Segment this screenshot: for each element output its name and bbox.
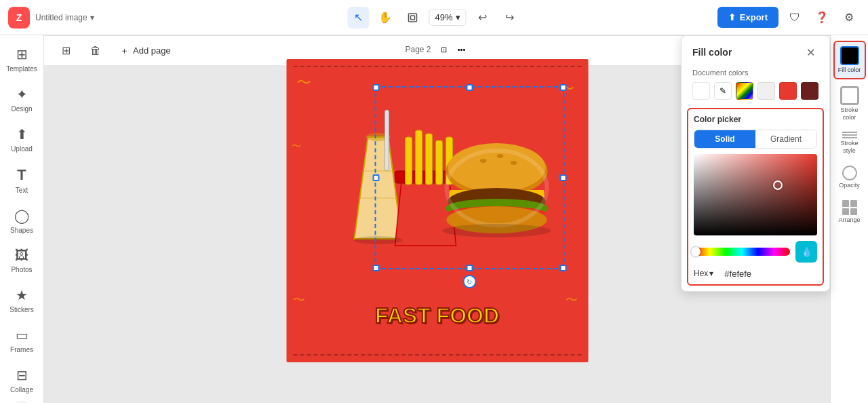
svg-point-14 <box>479 159 486 163</box>
title-dropdown-icon: ▾ <box>90 13 94 22</box>
copy-page-button[interactable]: ⊞ <box>55 40 77 62</box>
page-minimize-button[interactable]: ⊡ <box>437 42 452 57</box>
export-button[interactable]: ⬆ Export <box>717 7 778 28</box>
document-title[interactable]: Untitled image ▾ <box>35 13 94 22</box>
color-picker-box: Color picker Solid Gradient <box>687 108 824 286</box>
eyedropper-button[interactable]: 💧 <box>795 241 817 263</box>
shield-button[interactable]: 🛡 <box>784 7 806 28</box>
hue-thumb <box>691 247 701 256</box>
swatch-rainbow[interactable] <box>736 82 753 100</box>
shapes-icon: ◯ <box>14 208 29 224</box>
page-more-button[interactable]: ••• <box>454 42 469 57</box>
page-label: Page 2 <box>405 45 431 54</box>
svg-rect-10 <box>435 140 442 185</box>
rs-arrange[interactable]: Arrange <box>833 196 866 228</box>
title-text: Untitled image <box>35 13 87 22</box>
zoom-level: 49% <box>435 12 452 22</box>
squiggle-1: 〜 <box>296 73 311 93</box>
collage-label: Collage <box>10 386 33 394</box>
redo-button[interactable]: ↪ <box>499 7 521 28</box>
sidebar-item-collage[interactable]: ⊟ Collage <box>3 362 41 399</box>
rs-stroke-color[interactable]: Stroke color <box>833 82 866 126</box>
sidebar-item-frames[interactable]: ▭ Frames <box>3 322 41 359</box>
topbar: Z Untitled image ▾ ↖ ✋ 49% ▾ ↩ ↪ ⬆ Expor… <box>0 0 868 35</box>
app-logo: Z <box>8 7 30 28</box>
stroke-color-label: Stroke color <box>836 107 863 121</box>
fill-color-panel: Fill color ✕ Document colors ✎ Color pic… <box>681 35 830 292</box>
svg-point-15 <box>496 154 503 158</box>
opacity-label: Opacity <box>839 182 860 189</box>
sidebar-item-stickers[interactable]: ★ Stickers <box>3 282 41 319</box>
squiggle-5: 〜 <box>292 140 301 153</box>
sidebar-item-shapes[interactable]: ◯ Shapes <box>3 202 41 239</box>
topbar-center-tools: ↖ ✋ 49% ▾ ↩ ↪ <box>347 7 520 28</box>
sidebar-item-text[interactable]: T Text <box>3 161 41 199</box>
fast-food-text[interactable]: FAST FOOD <box>375 303 499 328</box>
svg-rect-7 <box>405 137 412 185</box>
document-color-swatches: ✎ <box>682 82 829 108</box>
sidebar-item-design[interactable]: ✦ Design <box>3 81 41 118</box>
swatch-darkred[interactable] <box>801 82 818 100</box>
squiggle-4: 〜 <box>566 292 578 308</box>
export-icon: ⬆ <box>728 12 736 22</box>
undo-button[interactable]: ↩ <box>472 7 494 28</box>
color-picker-title: Color picker <box>694 115 817 124</box>
hue-slider-row: 💧 <box>694 241 817 263</box>
zoom-dropdown-icon: ▾ <box>456 12 460 22</box>
main-content: ⊞ Templates ✦ Design ⬆ Upload T Text ◯ S… <box>0 35 868 403</box>
add-page-button[interactable]: ＋ Add page <box>115 42 176 60</box>
design-label: Design <box>11 105 32 113</box>
sidebar-item-photos[interactable]: 🖼 Photos <box>3 242 41 279</box>
frames-label: Frames <box>10 346 33 353</box>
right-area: Fill color ✕ Document colors ✎ Color pic… <box>830 35 868 403</box>
export-label: Export <box>740 12 768 22</box>
text-icon: T <box>17 166 26 184</box>
gradient-mode-tab[interactable]: Gradient <box>755 130 816 148</box>
delete-page-button[interactable]: 🗑 <box>85 40 106 62</box>
dashed-line-top <box>293 66 581 67</box>
settings-button[interactable]: ⚙ <box>838 7 860 28</box>
add-page-icon: ＋ <box>120 45 129 57</box>
select-tool-button[interactable]: ↖ <box>347 7 369 28</box>
design-canvas[interactable]: 〜 〜 〜 〜 〜 <box>286 59 588 362</box>
svg-point-24 <box>353 236 402 244</box>
stickers-label: Stickers <box>9 306 34 313</box>
zoom-control[interactable]: 49% ▾ <box>429 9 466 26</box>
topbar-right: ⬆ Export 🛡 ❓ ⚙ <box>717 7 860 28</box>
fill-color-label: Fill color <box>838 66 861 74</box>
swatch-red[interactable] <box>779 82 797 100</box>
rs-stroke-style[interactable]: Stroke style <box>833 128 866 159</box>
hand-tool-button[interactable]: ✋ <box>374 7 396 28</box>
frames-icon: ▭ <box>16 327 28 343</box>
eyedropper-swatch-button[interactable]: ✎ <box>714 82 732 100</box>
hex-label[interactable]: Hex ▾ <box>694 269 713 278</box>
swatch-lightgray[interactable] <box>757 82 775 100</box>
svg-rect-8 <box>415 130 422 185</box>
dashed-line-bottom <box>293 354 581 356</box>
left-sidebar: ⊞ Templates ✦ Design ⬆ Upload T Text ◯ S… <box>0 35 44 403</box>
design-icon: ✦ <box>16 86 28 102</box>
opacity-icon <box>842 166 857 180</box>
fill-panel-close-button[interactable]: ✕ <box>802 44 818 60</box>
stroke-style-label: Stroke style <box>836 140 863 155</box>
rs-fill-color[interactable]: Fill color <box>833 41 866 79</box>
stroke-style-icon <box>842 132 857 138</box>
frame-tool-button[interactable] <box>401 7 423 28</box>
help-button[interactable]: ❓ <box>811 7 833 28</box>
svg-rect-1 <box>410 16 414 20</box>
fill-color-swatch <box>840 46 859 65</box>
hue-slider[interactable] <box>694 248 790 256</box>
squiggle-3: 〜 <box>293 292 305 308</box>
swatch-white[interactable] <box>692 82 710 100</box>
sidebar-item-upload[interactable]: ⬆ Upload <box>3 121 41 158</box>
hex-input-field[interactable] <box>724 269 838 279</box>
fill-panel-header: Fill color ✕ <box>682 36 829 66</box>
rs-opacity[interactable]: Opacity <box>833 161 866 193</box>
color-gradient-canvas[interactable] <box>694 154 817 235</box>
sidebar-item-templates[interactable]: ⊞ Templates <box>3 41 41 78</box>
doc-colors-label: Document colors <box>682 66 829 82</box>
gradient-canvas-inner <box>694 154 817 235</box>
add-page-label: Add page <box>133 45 171 56</box>
solid-mode-tab[interactable]: Solid <box>694 130 755 148</box>
upload-label: Upload <box>11 145 33 153</box>
